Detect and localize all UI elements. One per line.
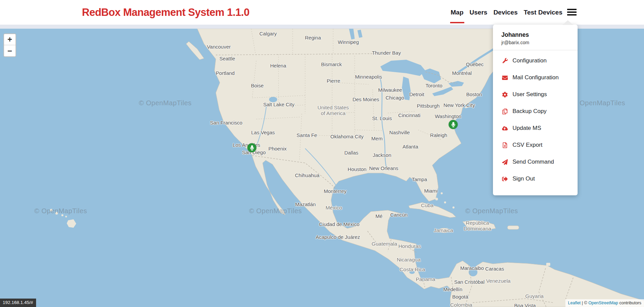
map-label-guatemala: Guatemala — [372, 241, 397, 247]
menu-item-label: Sign Out — [513, 175, 535, 182]
menu-item-label: User Settings — [513, 91, 547, 98]
map-label-new-orleans: New Orleans — [369, 165, 399, 171]
app-title: RedBox Management System 1.1.0 — [82, 0, 250, 25]
menu-item-label: Mail Configuration — [513, 74, 559, 81]
map-label-regina: Regina — [305, 35, 321, 40]
map-label-pittsburgh: Pittsburgh — [417, 103, 440, 109]
map-label-acapulco-de-ju-rez: Acapulco de Juárez — [316, 234, 360, 240]
map-label-san-crist-bal: San Cristóbal — [454, 279, 485, 285]
hamburger-menu-icon[interactable] — [567, 7, 577, 17]
map-label-costa-rica: Costa Rica — [400, 267, 425, 272]
map-label-montr-al: Montréal — [452, 70, 472, 76]
microphone-device-san-diego-marker[interactable] — [247, 143, 257, 152]
map-label-maracaibo: Maracaibo — [460, 265, 484, 271]
menu-item-update-ms[interactable]: Update MS — [493, 120, 578, 137]
map-label-santa-fe: Santa Fe — [297, 132, 317, 138]
map-label-guyana: Guyana — [525, 293, 544, 299]
map-label-panama: Panama — [416, 276, 435, 282]
map-label-houston: Houston — [348, 166, 367, 172]
map-label-oklahoma-city: Oklahoma City — [330, 134, 363, 139]
user-menu-list: ConfigurationMail ConfigurationUser Sett… — [493, 50, 578, 191]
map-label-chicago: Chicago — [385, 95, 404, 101]
user-dropdown-menu: Johannes jr@barix.com ConfigurationMail … — [493, 25, 578, 195]
map-label-pierre: Pierre — [327, 78, 340, 84]
map-label-winnipeg: Winnipeg — [338, 39, 359, 45]
map-label-m-xico: México — [325, 205, 342, 211]
map-label-atlanta: Atlanta — [403, 144, 418, 149]
menu-item-label: Send Command — [513, 159, 554, 165]
menu-item-send-command[interactable]: Send Command — [493, 154, 578, 170]
user-info-block: Johannes jr@barix.com — [493, 25, 578, 50]
openmaptiles-watermark: © OpenMapTiles — [573, 99, 625, 107]
user-email: jr@barix.com — [501, 40, 569, 45]
microphone-device-east-coast-marker[interactable] — [449, 120, 458, 129]
menu-item-csv-export[interactable]: CSV Export — [493, 137, 578, 154]
main-nav: MapUsersDevicesTest Devices — [451, 0, 562, 25]
openstreetmap-link[interactable]: OpenStreetMap — [588, 301, 618, 305]
map-label-venezuela: Venezuela — [486, 278, 510, 284]
map-label-dallas: Dallas — [344, 150, 358, 156]
nav-item-users[interactable]: Users — [470, 1, 488, 24]
map-label-nicaragua: Nicaragua — [397, 257, 421, 262]
map-label-canc-n: Cancún — [390, 212, 408, 218]
map-label-bogot-: Bogotá — [452, 294, 468, 300]
menu-item-sign-out[interactable]: Sign Out — [493, 170, 578, 187]
map-label-mazatl-n: Mazatlán — [295, 201, 316, 207]
map-label-colombia: Colombia — [450, 302, 472, 307]
map-label-vancouver: Vancouver — [207, 44, 231, 50]
map-label-boa-vista: Boa Vista — [514, 303, 536, 307]
link-preview-status: 192.168.1.45/# — [0, 299, 36, 307]
map-label-seattle: Seattle — [219, 56, 235, 61]
app-header: RedBox Management System 1.1.0 MapUsersD… — [0, 0, 644, 25]
map-label-milwaukee: Milwaukee — [378, 87, 402, 93]
paper-plane-icon — [501, 159, 508, 165]
map-label-las-vegas: Las Vegas — [251, 130, 275, 135]
map-label-jackson: Jackson — [373, 152, 391, 158]
map-label-jamaica: Jamaica — [434, 227, 453, 233]
map-label-m-: Mé — [376, 213, 383, 219]
map-label-minneapolis: Minneapolis — [355, 74, 382, 80]
openmaptiles-watermark: © OpenMapTiles — [249, 207, 302, 215]
map-label-mem: Mem — [371, 136, 382, 141]
map-label-st-louis: St. Louis — [372, 115, 392, 121]
nav-item-test-devices[interactable]: Test Devices — [524, 1, 562, 24]
dropdown-caret-icon — [562, 20, 573, 25]
menu-item-configuration[interactable]: Configuration — [493, 52, 578, 69]
map-label-monterrey: Monterrey — [324, 188, 347, 194]
nav-item-devices[interactable]: Devices — [493, 1, 518, 24]
map-label-toronto: Toronto — [426, 83, 442, 88]
envelope-icon — [501, 74, 508, 81]
map-label-san-francisco: San Francisco — [210, 120, 242, 125]
menu-item-label: Update MS — [513, 125, 541, 132]
map-label-rep-blica-dominicana: República Dominicana — [464, 220, 491, 231]
attribution-separator: | © — [581, 301, 588, 305]
map-label-cincinnati: Cincinnati — [398, 112, 420, 118]
map-label-raleigh: Raleigh — [430, 132, 447, 138]
gear-icon — [501, 91, 508, 98]
map-attribution: Leaflet | © OpenStreetMap contributors — [565, 299, 644, 307]
openmaptiles-watermark: © OpenMapTiles — [139, 99, 192, 107]
map-label-miami: Miami — [424, 188, 438, 194]
cloud-upload-icon — [501, 125, 508, 132]
microphone-icon — [250, 145, 254, 150]
user-name: Johannes — [501, 31, 569, 38]
nav-item-map[interactable]: Map — [451, 1, 464, 24]
menu-item-mail-configuration[interactable]: Mail Configuration — [493, 69, 578, 86]
map-label-boston: Boston — [466, 91, 482, 97]
map-label-qu-bec: Québec — [466, 61, 484, 67]
zoom-in-button[interactable]: + — [4, 34, 16, 45]
menu-item-user-settings[interactable]: User Settings — [493, 86, 578, 103]
zoom-out-button[interactable]: − — [4, 45, 16, 56]
map-label-helena: Helena — [270, 63, 286, 68]
map-label-ciudad-de-m-xico: Ciudad de México — [319, 221, 359, 227]
map-label-des-moines: Des Moines — [352, 96, 379, 102]
map-label-cuba: Cuba — [421, 202, 433, 208]
map-zoom-control: + − — [3, 33, 16, 57]
menu-item-backup-copy[interactable]: Backup Copy — [493, 103, 578, 120]
map-label-caracas: Caracas — [485, 266, 504, 272]
openmaptiles-watermark: © OpenMapTiles — [34, 207, 87, 215]
map-label-washington: Washington — [435, 113, 462, 119]
sign-out-icon — [501, 175, 508, 182]
map-label-salt-lake-city: Salt Lake City — [263, 102, 295, 107]
leaflet-link[interactable]: Leaflet — [568, 301, 581, 305]
